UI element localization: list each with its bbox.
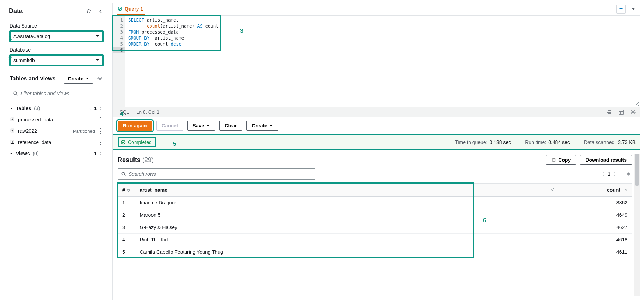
tables-group-header[interactable]: Tables (3) 〈 1 〉 bbox=[6, 103, 107, 114]
table-item-processed-data[interactable]: processed_data ⋮ bbox=[6, 114, 107, 125]
views-label: Views bbox=[16, 151, 30, 156]
editor-resize-handle[interactable] bbox=[635, 101, 640, 106]
views-next-page[interactable]: 〉 bbox=[100, 151, 103, 156]
refresh-icon[interactable] bbox=[85, 8, 92, 15]
queue-value: 0.138 sec bbox=[490, 139, 511, 145]
table-row[interactable]: 3G-Eazy & Halsey4627 bbox=[118, 221, 632, 234]
tab-query-1[interactable]: Query 1 bbox=[117, 3, 145, 15]
editor-gutter: 1 2 3 4 5 6 bbox=[113, 16, 125, 107]
queue-label: Time in queue: bbox=[455, 139, 487, 145]
results-prev-page[interactable]: 〈 bbox=[600, 172, 604, 177]
svg-point-11 bbox=[628, 173, 629, 175]
expand-icon bbox=[10, 128, 14, 134]
sql-editor[interactable]: 1 2 3 4 5 6 SELECT artist_name, count(ar… bbox=[113, 16, 640, 107]
sidebar: Data Data Source AwsDataCatalog Database bbox=[4, 3, 109, 300]
views-group-header[interactable]: Views (0) 〈 1 〉 bbox=[6, 148, 107, 159]
editor-code[interactable]: SELECT artist_name, count(artist_name) A… bbox=[125, 16, 640, 107]
svg-point-10 bbox=[122, 172, 125, 175]
tables-next-page[interactable]: 〉 bbox=[100, 106, 103, 111]
data-source-value: AwsDataCatalog bbox=[13, 34, 50, 39]
table-tag: Partitioned bbox=[73, 128, 95, 134]
annotation-6: 6 bbox=[483, 217, 486, 224]
scanned-label: Data scanned: bbox=[584, 139, 616, 145]
filter-tables-input-wrap[interactable] bbox=[10, 88, 103, 99]
search-icon bbox=[13, 90, 18, 97]
annotation-5: 5 bbox=[173, 140, 176, 148]
database-label: Database bbox=[10, 47, 103, 53]
copy-results-button[interactable]: Copy bbox=[546, 155, 576, 165]
results-next-page[interactable]: 〉 bbox=[614, 172, 618, 177]
tables-count: (3) bbox=[34, 106, 40, 111]
table-menu-icon[interactable]: ⋮ bbox=[97, 139, 103, 145]
results-title: Results (29) bbox=[118, 156, 154, 164]
svg-point-7 bbox=[632, 111, 634, 113]
cancel-button: Cancel bbox=[156, 121, 183, 131]
search-rows-wrap[interactable] bbox=[118, 168, 315, 180]
annotation-3: 3 bbox=[240, 28, 243, 35]
results-page: 1 bbox=[608, 171, 610, 177]
col-index[interactable]: #▽ bbox=[118, 184, 136, 197]
table-row[interactable]: 5Camila Cabello Featuring Young Thug4611 bbox=[118, 246, 632, 258]
tables-label: Tables bbox=[16, 106, 31, 111]
add-tab-button[interactable]: + bbox=[616, 5, 626, 14]
create-query-button[interactable]: Create bbox=[246, 121, 278, 131]
table-name: processed_data bbox=[18, 117, 53, 122]
tables-page: 1 bbox=[94, 106, 97, 111]
table-menu-icon[interactable]: ⋮ bbox=[97, 116, 103, 123]
annotation-4: 4 bbox=[120, 110, 123, 118]
table-row[interactable]: 2Maroon 54649 bbox=[118, 209, 632, 221]
run-again-button[interactable]: Run again bbox=[118, 121, 152, 131]
svg-rect-9 bbox=[553, 159, 555, 162]
table-name: raw2022 bbox=[18, 128, 37, 134]
results-area: Results (29) Copy Download results bbox=[113, 150, 640, 300]
save-button[interactable]: Save bbox=[187, 121, 215, 131]
scanned-value: 3.73 KB bbox=[618, 139, 636, 145]
create-label: Create bbox=[68, 76, 83, 82]
query-status-row: Completed Time in queue:0.138 sec Run ti… bbox=[113, 134, 640, 150]
table-item-reference-data[interactable]: reference_data ⋮ bbox=[6, 137, 107, 148]
views-prev-page[interactable]: 〈 bbox=[87, 151, 91, 156]
format-icon[interactable] bbox=[605, 108, 613, 116]
create-table-button[interactable]: Create bbox=[64, 74, 93, 84]
results-table: #▽ artist_name▽ count▽ 1Imagine Dragons8… bbox=[118, 183, 632, 258]
gear-icon[interactable] bbox=[96, 75, 103, 82]
editor-position: Ln 6, Col 1 bbox=[136, 109, 159, 115]
results-settings-icon[interactable] bbox=[625, 170, 632, 178]
svg-point-1 bbox=[14, 92, 17, 95]
table-name: reference_data bbox=[18, 139, 51, 145]
database-select[interactable]: summitdb bbox=[10, 55, 103, 66]
data-source-label: Data Source bbox=[10, 23, 103, 29]
results-scrollbar[interactable] bbox=[634, 154, 640, 296]
table-menu-icon[interactable]: ⋮ bbox=[97, 128, 103, 134]
table-row[interactable]: 4Rich The Kid4618 bbox=[118, 234, 632, 246]
tab-menu-chevron[interactable] bbox=[630, 6, 637, 13]
clear-button[interactable]: Clear bbox=[219, 121, 242, 131]
runtime-value: 0.484 sec bbox=[548, 139, 570, 145]
tables-views-title: Tables and views bbox=[10, 76, 55, 82]
completed-badge: Completed bbox=[118, 137, 156, 147]
database-value: summitdb bbox=[13, 58, 35, 63]
collapse-sidebar-icon[interactable] bbox=[97, 8, 104, 15]
table-row[interactable]: 1Imagine Dragons8862 bbox=[118, 197, 632, 209]
search-icon bbox=[121, 170, 126, 178]
layout-icon[interactable] bbox=[617, 108, 625, 116]
views-page: 1 bbox=[94, 151, 97, 156]
main: Query 1 + 1 2 3 4 5 6 SELECT artist_name… bbox=[112, 3, 640, 300]
col-count[interactable]: count▽ bbox=[558, 184, 632, 197]
sidebar-title: Data bbox=[9, 7, 23, 15]
data-source-select[interactable]: AwsDataCatalog bbox=[10, 31, 103, 42]
tab-label: Query 1 bbox=[125, 6, 143, 12]
editor-statusbar: SQL Ln 6, Col 1 bbox=[113, 107, 640, 117]
col-artist-name[interactable]: artist_name▽ bbox=[136, 184, 558, 197]
table-item-raw2022[interactable]: raw2022 Partitioned ⋮ bbox=[6, 125, 107, 137]
download-results-button[interactable]: Download results bbox=[580, 155, 632, 165]
svg-point-0 bbox=[99, 78, 101, 79]
tables-prev-page[interactable]: 〈 bbox=[87, 106, 91, 111]
runtime-label: Run time: bbox=[525, 139, 546, 145]
filter-tables-input[interactable] bbox=[20, 91, 100, 96]
settings-icon[interactable] bbox=[629, 108, 637, 116]
views-count: (0) bbox=[32, 151, 38, 156]
expand-icon bbox=[10, 139, 14, 145]
search-rows-input[interactable] bbox=[129, 171, 312, 177]
chevron-down-icon bbox=[95, 34, 100, 39]
